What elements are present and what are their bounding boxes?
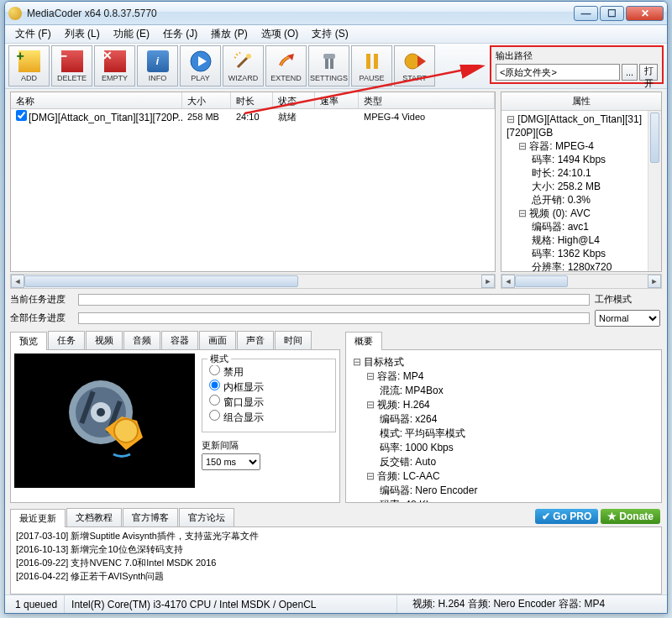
output-path-input[interactable] (496, 64, 620, 81)
window-title: MediaCoder x64 0.8.37.5770 (27, 8, 574, 19)
sum-video[interactable]: 视频: H.264 (351, 398, 478, 412)
file-row[interactable]: [DMG][Attack_on_Titan][31][720P... 258 M… (11, 109, 495, 124)
prop-container[interactable]: 容器: MPEG-4 (505, 139, 658, 153)
menu-options[interactable]: 选项 (O) (255, 25, 306, 43)
mode-combo[interactable]: 组合显示 (209, 410, 328, 425)
status-encoding: 视频: H.264 音频: Nero Encoder 容器: MP4 (397, 595, 664, 613)
col-status[interactable]: 状态 (273, 92, 315, 108)
prop-vbitrate: 码率: 1362 Kbps (505, 247, 658, 260)
wizard-button[interactable]: WIZARD (223, 45, 264, 86)
play-button[interactable]: PLAY (180, 45, 221, 86)
menu-play[interactable]: 播放 (P) (204, 25, 254, 43)
prop-root[interactable]: [DMG][Attack_on_Titan][31][720P][GB (505, 113, 658, 139)
minimize-button[interactable]: — (574, 6, 598, 21)
menu-file[interactable]: 文件 (F) (8, 25, 58, 43)
tab-picture[interactable]: 画面 (199, 331, 236, 349)
all-progress-label: 全部任务进度 (10, 312, 73, 324)
properties-pane: 属性 [DMG][Attack_on_Titan][31][720P][GB 容… (501, 92, 662, 272)
open-button[interactable]: 打开 (639, 64, 658, 81)
prop-overhead: 总开销: 0.3% (505, 193, 658, 207)
tab-audio[interactable]: 音频 (123, 331, 160, 349)
titlebar[interactable]: MediaCoder x64 0.8.37.5770 — ☐ ✕ (5, 2, 667, 25)
settings-button[interactable]: SETTINGS (308, 45, 349, 86)
tab-sound[interactable]: 声音 (237, 331, 274, 349)
info-button[interactable]: iINFO (137, 45, 178, 86)
tab-blog[interactable]: 官方博客 (123, 508, 178, 526)
file-list: 名称 大小 时长 状态 速率 类型 [DMG][Attack_on_Titan]… (10, 92, 496, 272)
sum-vbitrate: 码率: 1000 Kbps (351, 441, 478, 455)
start-button[interactable]: START (394, 45, 435, 86)
col-size[interactable]: 大小 (182, 92, 231, 108)
tab-time[interactable]: 时间 (275, 331, 312, 349)
mode-window[interactable]: 窗口显示 (209, 395, 328, 410)
svg-rect-9 (374, 54, 378, 69)
menubar: 文件 (F) 列表 (L) 功能 (E) 任务 (J) 播放 (P) 选项 (O… (5, 25, 667, 44)
scroll-right-icon[interactable]: ► (481, 275, 495, 288)
scrollbar-thumb[interactable] (650, 113, 659, 163)
news-list[interactable]: [2017-03-10] 新增Suptitle Avisynth插件，支持蓝光字… (10, 526, 662, 594)
tab-forum[interactable]: 官方论坛 (179, 508, 234, 526)
tab-docs[interactable]: 文档教程 (66, 508, 122, 526)
interval-label: 更新间隔 (202, 439, 336, 452)
tab-task[interactable]: 任务 (48, 331, 85, 349)
scroll-right-icon[interactable]: ► (648, 275, 661, 288)
props-hscroll[interactable]: ◄► (501, 274, 662, 289)
tab-recent[interactable]: 最近更新 (10, 509, 66, 527)
menu-support[interactable]: 支持 (S) (305, 25, 354, 43)
menu-list[interactable]: 列表 (L) (58, 25, 107, 43)
summary-tree[interactable]: 目标格式 容器: MP4 混流: MP4Box 视频: H.264 编码器: x… (349, 354, 480, 499)
file-checkbox[interactable] (16, 110, 27, 121)
sum-container[interactable]: 容器: MP4 (351, 369, 478, 384)
gopro-button[interactable]: ✔Go PRO (535, 509, 598, 524)
news-item[interactable]: [2017-03-10] 新增Suptitle Avisynth插件，支持蓝光字… (16, 529, 656, 542)
col-duration[interactable]: 时长 (231, 92, 273, 108)
browse-button[interactable]: ... (622, 64, 638, 81)
all-progress-bar (78, 312, 590, 324)
scroll-thumb[interactable] (515, 275, 568, 287)
menu-task[interactable]: 任务 (J) (156, 25, 204, 43)
toolbar: ADD DELETE EMPTY iINFO PLAY WIZARD EXTEN… (8, 45, 435, 86)
news-item[interactable]: [2016-04-22] 修正若干AVISynth问题 (16, 569, 656, 583)
right-tabs: 概要 目标格式 容器: MP4 混流: MP4Box 视频: H.264 编码器… (345, 331, 662, 503)
tab-preview[interactable]: 预览 (10, 332, 47, 350)
mode-disable[interactable]: 禁用 (209, 364, 328, 380)
extend-button[interactable]: EXTEND (265, 45, 307, 86)
col-rate[interactable]: 速率 (315, 92, 359, 108)
svg-point-18 (114, 419, 138, 443)
output-path-label: 输出路径 (496, 50, 658, 62)
properties-scrollbar[interactable] (648, 111, 661, 271)
news-item[interactable]: [2016-10-13] 新增完全10位色深转码支持 (16, 542, 656, 556)
interval-select[interactable]: 150 ms (202, 453, 260, 470)
col-name[interactable]: 名称 (11, 92, 182, 108)
prop-video[interactable]: 视频 (0): AVC (505, 207, 658, 220)
empty-button[interactable]: EMPTY (94, 45, 135, 86)
add-button[interactable]: ADD (8, 45, 50, 86)
properties-title: 属性 (501, 92, 661, 111)
col-type[interactable]: 类型 (359, 92, 495, 108)
filelist-hscroll[interactable]: ◄► (10, 274, 496, 289)
scroll-left-icon[interactable]: ◄ (501, 275, 515, 288)
pause-button[interactable]: PAUSE (351, 45, 392, 86)
properties-tree[interactable]: [DMG][Attack_on_Titan][31][720P][GB 容器: … (501, 111, 661, 271)
close-button[interactable]: ✕ (626, 6, 664, 21)
scroll-left-icon[interactable]: ◄ (11, 275, 24, 288)
svg-rect-8 (366, 54, 370, 69)
news-item[interactable]: [2016-09-22] 支持NVENC 7.0和Intel MSDK 2016 (16, 556, 656, 569)
sum-target[interactable]: 目标格式 (351, 355, 478, 369)
mode-inframe[interactable]: 内框显示 (209, 380, 328, 395)
workmode-select[interactable]: Normal (595, 310, 660, 327)
app-window: MediaCoder x64 0.8.37.5770 — ☐ ✕ 文件 (F) … (4, 1, 668, 614)
maximize-button[interactable]: ☐ (600, 6, 624, 21)
tab-container[interactable]: 容器 (161, 331, 198, 349)
sum-muxer: 混流: MP4Box (351, 384, 478, 398)
menu-function[interactable]: 功能 (E) (107, 25, 156, 43)
bottom-tabs: 最近更新 文档教程 官方博客 官方论坛 ✔Go PRO ★Donate [201… (10, 508, 662, 594)
tab-video[interactable]: 视频 (86, 331, 123, 349)
svg-point-15 (97, 408, 105, 416)
delete-button[interactable]: DELETE (51, 45, 92, 86)
empty-icon (104, 50, 126, 72)
donate-button[interactable]: ★Donate (601, 509, 660, 524)
scroll-thumb[interactable] (24, 275, 298, 287)
tab-summary[interactable]: 概要 (345, 332, 382, 350)
sum-audio[interactable]: 音频: LC-AAC (351, 469, 478, 484)
